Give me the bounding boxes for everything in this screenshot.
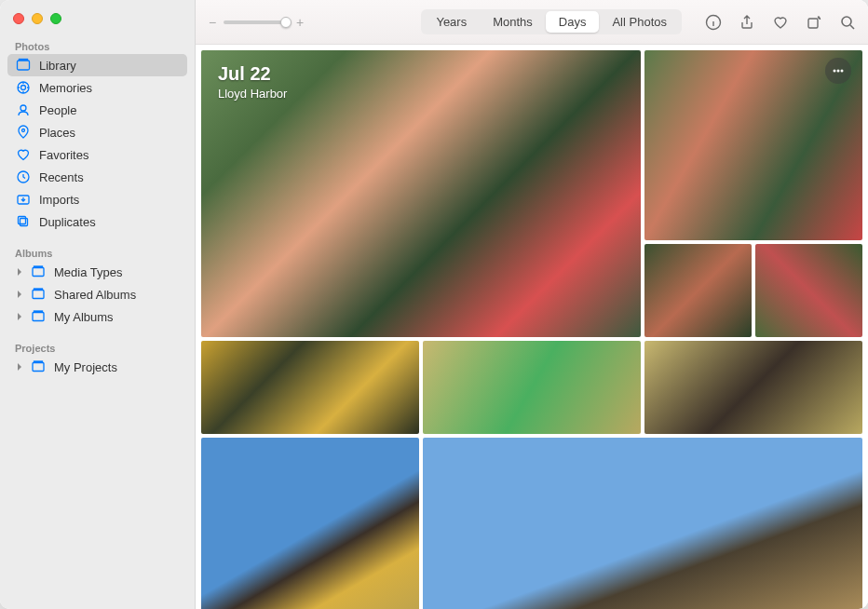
svg-rect-0 (18, 61, 30, 70)
album-icon (30, 308, 47, 325)
sidebar-item-media-types[interactable]: Media Types (7, 261, 187, 283)
photo-tile[interactable] (755, 244, 862, 337)
album-icon (30, 359, 47, 375)
svg-point-20 (842, 17, 851, 26)
svg-rect-17 (34, 361, 43, 362)
tab-months[interactable]: Months (480, 11, 546, 33)
sidebar-item-my-albums[interactable]: My Albums (7, 305, 187, 328)
window-controls (0, 0, 195, 34)
tab-days[interactable]: Days (546, 11, 600, 33)
sidebar-item-duplicates[interactable]: Duplicates (7, 210, 187, 233)
svg-point-3 (21, 86, 26, 90)
svg-point-5 (22, 129, 25, 132)
chevron-right-icon (15, 267, 24, 277)
sidebar-item-memories[interactable]: Memories (7, 76, 187, 99)
svg-rect-10 (33, 268, 44, 277)
svg-rect-8 (20, 219, 28, 226)
svg-rect-16 (33, 363, 44, 372)
zoom-control: − + (207, 15, 305, 30)
sidebar-item-places[interactable]: Places (7, 121, 187, 143)
sidebar-item-recents[interactable]: Recents (7, 166, 187, 188)
svg-rect-19 (808, 19, 818, 28)
photo-tile[interactable] (644, 244, 752, 337)
toolbar: − + Years Months Days All Photos (196, 0, 868, 45)
sidebar-item-label: Shared Albums (54, 288, 136, 302)
more-button[interactable] (825, 58, 851, 84)
svg-point-21 (834, 70, 836, 73)
search-icon[interactable] (838, 13, 857, 32)
sidebar-item-label: My Albums (54, 310, 114, 324)
sidebar-section-photos: Photos Library Memories People Places Fa… (0, 34, 195, 240)
photo-tile[interactable] (423, 341, 641, 434)
close-button[interactable] (13, 13, 24, 24)
sidebar-item-label: Library (39, 59, 76, 73)
zoom-slider[interactable] (224, 20, 289, 24)
people-icon (15, 102, 32, 118)
photo-tile[interactable] (423, 438, 862, 609)
album-icon (30, 286, 47, 303)
hero-date: Jul 22 (218, 63, 287, 85)
sidebar-item-label: Favorites (39, 148, 88, 162)
tab-all-photos[interactable]: All Photos (599, 11, 680, 33)
library-icon (15, 57, 32, 74)
svg-rect-13 (34, 289, 43, 290)
main-area: − + Years Months Days All Photos (196, 0, 868, 609)
share-icon[interactable] (738, 13, 756, 32)
chevron-right-icon (15, 312, 24, 321)
tab-years[interactable]: Years (423, 11, 480, 33)
svg-rect-15 (34, 311, 43, 312)
sidebar-item-imports[interactable]: Imports (7, 188, 187, 210)
sidebar-item-label: Media Types (54, 265, 122, 279)
minimize-button[interactable] (32, 13, 43, 24)
photo-tile-hero[interactable]: Jul 22 Lloyd Harbor (201, 50, 641, 337)
svg-point-22 (837, 70, 840, 73)
svg-rect-12 (33, 291, 44, 299)
section-header-albums: Albums (7, 242, 187, 261)
hero-location: Lloyd Harbor (218, 87, 287, 101)
sidebar-section-albums: Albums Media Types Shared Albums My Albu… (0, 240, 195, 335)
clock-icon (15, 169, 32, 185)
maximize-button[interactable] (50, 13, 61, 24)
svg-rect-11 (34, 266, 43, 267)
svg-point-4 (20, 105, 26, 111)
toolbar-actions (704, 13, 857, 32)
photo-tile[interactable] (201, 341, 419, 434)
duplicates-icon (15, 213, 32, 230)
photo-tile[interactable] (201, 438, 419, 609)
svg-point-23 (841, 70, 844, 73)
photo-tile[interactable] (644, 341, 862, 434)
sidebar-section-projects: Projects My Projects (0, 335, 195, 386)
chevron-right-icon (15, 290, 24, 299)
sidebar-item-library[interactable]: Library (7, 54, 187, 76)
sidebar-item-my-projects[interactable]: My Projects (7, 356, 187, 378)
sidebar-item-label: Places (39, 126, 75, 140)
places-icon (15, 124, 32, 141)
sidebar-item-label: Imports (39, 193, 79, 207)
photo-grid: Jul 22 Lloyd Harbor (201, 50, 862, 609)
memories-icon (15, 79, 32, 96)
section-header-photos: Photos (7, 35, 187, 54)
svg-rect-1 (20, 60, 28, 61)
section-header-projects: Projects (7, 337, 187, 356)
heart-icon (15, 146, 32, 163)
sidebar-item-people[interactable]: People (7, 99, 187, 121)
zoom-slider-thumb[interactable] (280, 17, 292, 28)
svg-rect-9 (19, 217, 26, 224)
sidebar-item-label: People (39, 103, 76, 117)
sidebar-item-favorites[interactable]: Favorites (7, 143, 187, 166)
photos-window: Photos Library Memories People Places Fa… (0, 0, 868, 609)
sidebar-item-shared-albums[interactable]: Shared Albums (7, 283, 187, 305)
info-icon[interactable] (704, 13, 723, 32)
view-tabs: Years Months Days All Photos (421, 9, 682, 34)
zoom-in-icon[interactable]: + (294, 15, 305, 30)
sidebar-item-label: Duplicates (39, 215, 96, 229)
photo-content: Jul 22 Lloyd Harbor (196, 45, 868, 609)
imports-icon (15, 191, 32, 208)
zoom-out-icon[interactable]: − (207, 15, 218, 30)
svg-rect-14 (33, 313, 44, 321)
album-icon (30, 264, 47, 280)
favorite-icon[interactable] (771, 13, 790, 32)
sidebar: Photos Library Memories People Places Fa… (0, 0, 196, 609)
hero-label: Jul 22 Lloyd Harbor (218, 63, 287, 101)
rotate-icon[interactable] (805, 13, 823, 32)
